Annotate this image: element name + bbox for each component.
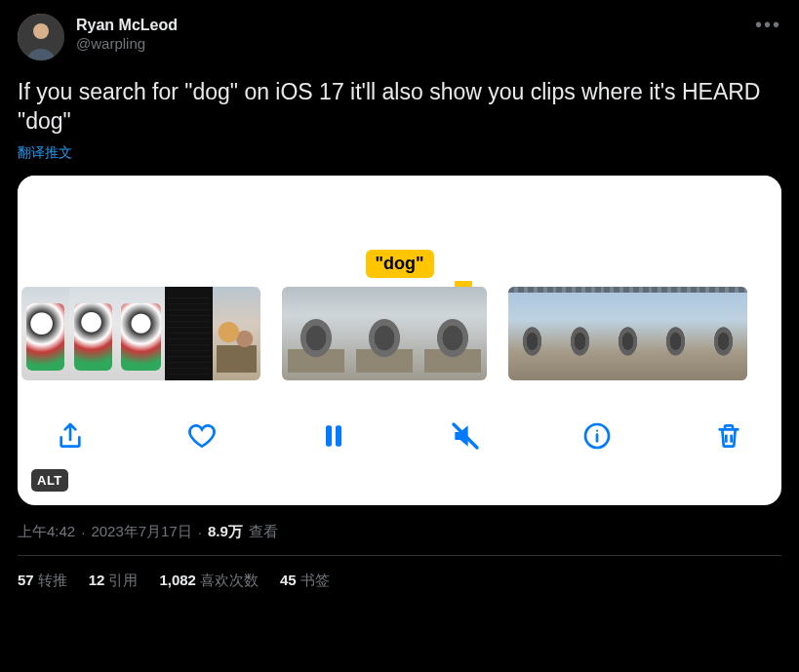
author-block: Ryan McLeod @warpling bbox=[76, 14, 743, 54]
search-highlight-label: "dog" bbox=[365, 250, 433, 278]
likes-stat[interactable]: 1,082喜欢次数 bbox=[159, 572, 259, 590]
highlight-tick bbox=[455, 281, 472, 287]
media-card[interactable]: "dog" bbox=[18, 176, 781, 505]
video-frame[interactable] bbox=[117, 287, 165, 380]
svg-point-7 bbox=[596, 429, 598, 431]
video-frame[interactable] bbox=[652, 287, 699, 380]
video-frame[interactable] bbox=[282, 287, 350, 380]
heart-icon[interactable] bbox=[184, 418, 220, 454]
clip-group-3[interactable] bbox=[508, 287, 747, 380]
stats-row: 57转推 12引用 1,082喜欢次数 45书签 bbox=[18, 556, 781, 606]
video-timeline[interactable] bbox=[18, 287, 781, 380]
bookmarks-stat[interactable]: 45书签 bbox=[280, 572, 330, 590]
display-name[interactable]: Ryan McLeod bbox=[76, 16, 743, 35]
views-label: 查看 bbox=[249, 523, 278, 541]
video-frame[interactable] bbox=[350, 287, 419, 380]
video-frame[interactable] bbox=[556, 287, 604, 380]
share-icon[interactable] bbox=[53, 418, 88, 454]
retweets-stat[interactable]: 57转推 bbox=[18, 572, 67, 590]
tweet-meta: 上午4:42 · 2023年7月17日 · 8.9万 查看 bbox=[18, 523, 781, 541]
video-frame[interactable] bbox=[508, 287, 556, 380]
media-top: "dog" bbox=[18, 176, 781, 287]
svg-rect-2 bbox=[326, 425, 332, 446]
trash-icon[interactable] bbox=[711, 418, 746, 454]
tweet-date[interactable]: 2023年7月17日 bbox=[91, 523, 191, 541]
video-frame[interactable] bbox=[165, 287, 213, 380]
pause-icon[interactable] bbox=[316, 418, 351, 454]
clip-group-1[interactable] bbox=[21, 287, 260, 380]
avatar[interactable] bbox=[18, 14, 64, 60]
video-frame[interactable] bbox=[21, 287, 69, 380]
svg-point-1 bbox=[33, 23, 49, 39]
alt-badge[interactable]: ALT bbox=[31, 469, 68, 492]
more-icon[interactable]: ••• bbox=[755, 14, 781, 29]
tweet-text: If you search for "dog" on iOS 17 it'll … bbox=[18, 78, 781, 137]
quotes-stat[interactable]: 12引用 bbox=[89, 572, 139, 590]
clip-group-2[interactable] bbox=[282, 287, 487, 380]
translate-link[interactable]: 翻译推文 bbox=[18, 144, 781, 162]
handle[interactable]: @warpling bbox=[76, 35, 743, 54]
views-count[interactable]: 8.9万 bbox=[208, 523, 243, 541]
video-frame[interactable] bbox=[213, 287, 260, 380]
media-toolbar bbox=[18, 380, 781, 468]
video-frame[interactable] bbox=[604, 287, 652, 380]
mute-icon[interactable] bbox=[448, 418, 483, 454]
video-frame[interactable] bbox=[699, 287, 747, 380]
tweet-container: Ryan McLeod @warpling ••• If you search … bbox=[0, 0, 799, 606]
tweet-header: Ryan McLeod @warpling ••• bbox=[18, 14, 781, 60]
video-frame[interactable] bbox=[69, 287, 117, 380]
video-frame[interactable] bbox=[419, 287, 487, 380]
info-icon[interactable] bbox=[579, 418, 615, 454]
tweet-time[interactable]: 上午4:42 bbox=[18, 523, 75, 541]
svg-rect-3 bbox=[336, 425, 341, 446]
